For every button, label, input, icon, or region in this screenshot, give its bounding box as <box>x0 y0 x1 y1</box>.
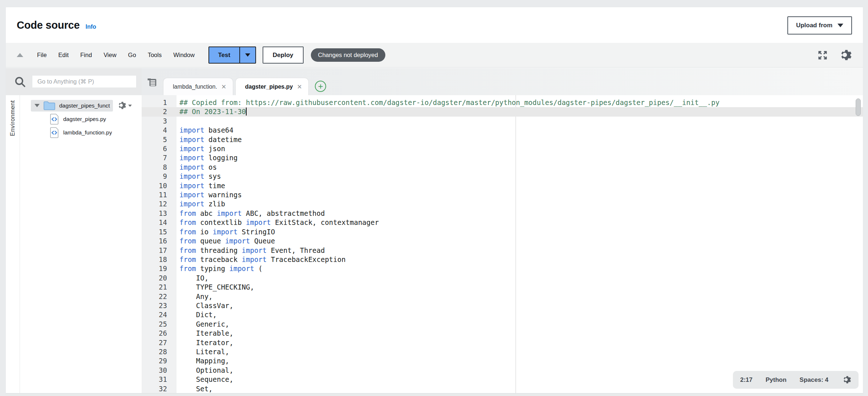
code-line-14[interactable]: 14from contextlib import ExitStack, cont… <box>142 218 863 227</box>
menu-file[interactable]: File <box>31 52 53 58</box>
code-line-5[interactable]: 5import datetime <box>142 135 863 144</box>
tree-file-dagster-pipes-py[interactable]: dagster_pipes.py <box>20 112 142 126</box>
code-line-7[interactable]: 7import logging <box>142 153 863 162</box>
chevron-down-icon <box>837 24 843 27</box>
new-tab-button[interactable]: + <box>315 81 326 92</box>
line-number: 3 <box>142 117 177 126</box>
line-number: 4 <box>142 126 177 135</box>
code-line-19[interactable]: 19from typing import ( <box>142 264 863 273</box>
menu-window[interactable]: Window <box>167 52 200 58</box>
token-plain: Any, <box>179 292 213 300</box>
code-line-4[interactable]: 4import base64 <box>142 126 863 135</box>
code-line-22[interactable]: 22 Any, <box>142 292 863 301</box>
token-keyword: from <box>179 218 196 226</box>
tree-file-lambda-function-py[interactable]: lambda_function.py <box>20 126 142 139</box>
code-line-10[interactable]: 10import time <box>142 181 863 190</box>
token-plain: Iterable, <box>179 329 234 337</box>
code-lines[interactable]: 1## Copied from: https://raw.githubuserc… <box>142 98 863 393</box>
code-line-6[interactable]: 6import json <box>142 144 863 153</box>
line-number: 11 <box>142 190 177 199</box>
code-line-8[interactable]: 8import os <box>142 163 863 172</box>
code-line-17[interactable]: 17from threading import Event, Thread <box>142 246 863 255</box>
menu-find[interactable]: Find <box>74 52 98 58</box>
token-plain: Queue <box>250 237 275 245</box>
token-plain: ExitStack, contextmanager <box>271 218 379 226</box>
code-editor[interactable]: 1## Copied from: https://raw.githubuserc… <box>142 95 863 393</box>
language-mode[interactable]: Python <box>766 376 787 384</box>
line-content: Iterable, <box>177 329 234 338</box>
menu-view[interactable]: View <box>98 52 122 58</box>
file-label: lambda_function.py <box>63 129 112 136</box>
upload-from-label: Upload from <box>796 22 832 29</box>
settings-gear-icon[interactable] <box>838 48 852 62</box>
bottom-strip <box>6 393 863 396</box>
close-icon[interactable]: × <box>297 83 302 91</box>
folder-gear-icon[interactable] <box>117 101 132 110</box>
token-keyword: import <box>179 154 204 162</box>
code-line-12[interactable]: 12import zlib <box>142 199 863 209</box>
menu-tools[interactable]: Tools <box>142 52 168 58</box>
line-number: 5 <box>142 135 177 144</box>
token-keyword: import <box>179 126 204 134</box>
cursor-position[interactable]: 2:17 <box>740 376 753 384</box>
line-content: ## On 2023-11-30 <box>177 107 247 116</box>
code-line-25[interactable]: 25 Generic, <box>142 320 863 329</box>
code-line-15[interactable]: 15from io import StringIO <box>142 227 863 237</box>
upload-from-button[interactable]: Upload from <box>787 16 852 35</box>
environment-strip[interactable]: Environment <box>6 95 20 393</box>
token-keyword: import <box>242 255 267 263</box>
code-line-13[interactable]: 13from abc import ABC, abstractmethod <box>142 209 863 218</box>
code-line-11[interactable]: 11import warnings <box>142 190 863 199</box>
collapse-panel-icon[interactable] <box>17 53 23 57</box>
tab-dagster-pipes-py[interactable]: dagster_pipes.py× <box>236 78 308 95</box>
line-content: from typing import ( <box>177 264 263 273</box>
selected-folder[interactable]: dagster_pipes_funct <box>31 100 113 112</box>
menu-go[interactable]: Go <box>122 52 142 58</box>
tab-lambda-function-[interactable]: lambda_function.× <box>163 78 233 95</box>
code-line-27[interactable]: 27 Iterator, <box>142 338 863 347</box>
environment-label: Environment <box>9 100 16 136</box>
line-content: Mapping, <box>177 356 229 365</box>
deploy-button[interactable]: Deploy <box>263 47 304 64</box>
test-button[interactable]: Test <box>208 47 240 64</box>
info-link[interactable]: Info <box>85 24 96 30</box>
token-plain: ClassVar, <box>179 302 234 310</box>
code-line-23[interactable]: 23 ClassVar, <box>142 301 863 310</box>
menu-items: FileEditFindViewGoToolsWindow <box>31 52 200 58</box>
line-content: from threading import Event, Thread <box>177 246 325 255</box>
test-split-button[interactable]: Test <box>208 47 256 64</box>
editor-settings-gear-icon[interactable] <box>841 375 851 385</box>
line-number: 28 <box>142 347 177 356</box>
line-content: import logging <box>177 153 238 162</box>
menu-edit[interactable]: Edit <box>53 52 74 58</box>
token-plain: StringIO <box>238 228 275 236</box>
code-line-21[interactable]: 21 TYPE_CHECKING, <box>142 283 863 292</box>
page-title: Code source <box>17 19 80 31</box>
fullscreen-icon[interactable] <box>817 50 828 61</box>
line-content: TYPE_CHECKING, <box>177 283 254 292</box>
code-line-3[interactable]: 3 <box>142 117 863 126</box>
code-line-28[interactable]: 28 Literal, <box>142 347 863 356</box>
disclosure-triangle-icon[interactable] <box>35 104 40 107</box>
code-line-29[interactable]: 29 Mapping, <box>142 356 863 365</box>
tree-folder-row[interactable]: dagster_pipes_funct <box>20 99 142 112</box>
code-line-9[interactable]: 9import sys <box>142 172 863 181</box>
tab-label: dagster_pipes.py <box>245 84 293 90</box>
code-line-2[interactable]: 2## On 2023-11-30 <box>142 107 863 116</box>
code-line-20[interactable]: 20 IO, <box>142 274 863 283</box>
close-icon[interactable]: × <box>222 83 226 91</box>
goto-anything-input[interactable] <box>32 75 137 88</box>
code-line-26[interactable]: 26 Iterable, <box>142 329 863 338</box>
line-content: import base64 <box>177 126 234 135</box>
line-content: import zlib <box>177 199 225 209</box>
indentation-setting[interactable]: Spaces: 4 <box>800 376 828 384</box>
vertical-scrollbar-thumb[interactable] <box>856 98 861 116</box>
line-content: import datetime <box>177 135 242 144</box>
tab-list-icon[interactable] <box>147 77 158 88</box>
code-line-16[interactable]: 16from queue import Queue <box>142 237 863 246</box>
code-line-1[interactable]: 1## Copied from: https://raw.githubuserc… <box>142 98 863 107</box>
line-number: 14 <box>142 218 177 227</box>
code-line-18[interactable]: 18from traceback import TracebackExcepti… <box>142 255 863 264</box>
code-line-24[interactable]: 24 Dict, <box>142 310 863 319</box>
test-dropdown-button[interactable] <box>240 47 256 64</box>
